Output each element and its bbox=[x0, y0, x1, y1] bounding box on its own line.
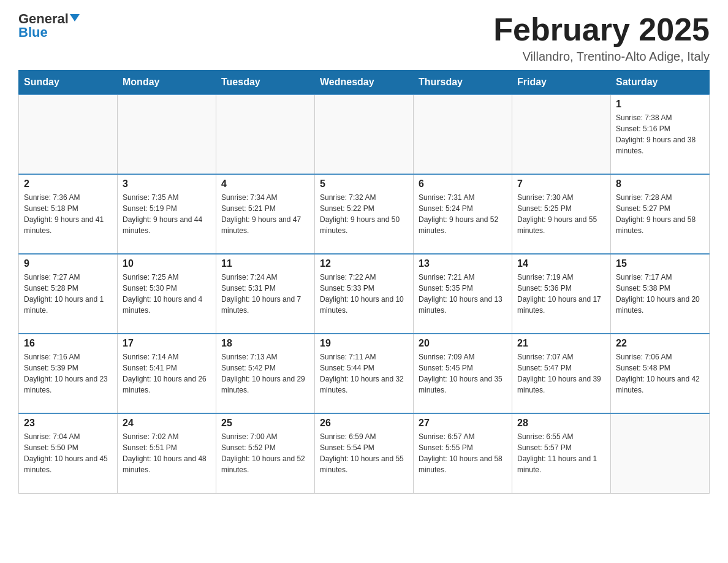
day-info: Sunrise: 7:09 AMSunset: 5:45 PMDaylight:… bbox=[419, 351, 507, 396]
logo: General Blue bbox=[18, 12, 80, 39]
day-info: Sunrise: 7:25 AMSunset: 5:30 PMDaylight:… bbox=[123, 272, 211, 316]
day-number: 8 bbox=[616, 178, 704, 190]
calendar-cell: 3Sunrise: 7:35 AMSunset: 5:19 PMDaylight… bbox=[118, 174, 216, 254]
calendar-cell: 12Sunrise: 7:22 AMSunset: 5:33 PMDayligh… bbox=[315, 254, 414, 334]
day-info: Sunrise: 7:24 AMSunset: 5:31 PMDaylight:… bbox=[221, 272, 309, 316]
weekday-header-thursday: Thursday bbox=[414, 71, 512, 95]
calendar-cell bbox=[512, 94, 611, 174]
day-number: 1 bbox=[616, 99, 704, 110]
day-number: 12 bbox=[320, 258, 408, 269]
calendar-cell: 28Sunrise: 6:55 AMSunset: 5:57 PMDayligh… bbox=[512, 413, 611, 493]
day-info: Sunrise: 7:11 AMSunset: 5:44 PMDaylight:… bbox=[320, 351, 408, 396]
logo-triangle-icon bbox=[70, 14, 80, 21]
day-info: Sunrise: 7:31 AMSunset: 5:24 PMDaylight:… bbox=[419, 192, 507, 236]
day-info: Sunrise: 7:17 AMSunset: 5:38 PMDaylight:… bbox=[616, 272, 704, 316]
weekday-header-saturday: Saturday bbox=[611, 71, 710, 95]
day-number: 11 bbox=[221, 258, 309, 269]
calendar-cell: 27Sunrise: 6:57 AMSunset: 5:55 PMDayligh… bbox=[414, 413, 512, 493]
calendar-cell bbox=[19, 94, 118, 174]
calendar-cell: 15Sunrise: 7:17 AMSunset: 5:38 PMDayligh… bbox=[611, 254, 710, 334]
month-title: February 2025 bbox=[493, 12, 710, 47]
logo-blue-text: Blue bbox=[18, 26, 48, 39]
calendar-cell: 26Sunrise: 6:59 AMSunset: 5:54 PMDayligh… bbox=[315, 413, 414, 493]
day-info: Sunrise: 7:06 AMSunset: 5:48 PMDaylight:… bbox=[616, 351, 704, 396]
day-number: 3 bbox=[123, 178, 211, 190]
day-info: Sunrise: 6:59 AMSunset: 5:54 PMDaylight:… bbox=[320, 431, 408, 475]
day-number: 28 bbox=[517, 418, 605, 429]
day-number: 9 bbox=[24, 258, 112, 269]
calendar-week-row: 1Sunrise: 7:38 AMSunset: 5:16 PMDaylight… bbox=[19, 94, 710, 174]
calendar-cell: 17Sunrise: 7:14 AMSunset: 5:41 PMDayligh… bbox=[118, 334, 216, 413]
calendar-cell: 19Sunrise: 7:11 AMSunset: 5:44 PMDayligh… bbox=[315, 334, 414, 413]
day-number: 16 bbox=[24, 338, 112, 349]
day-info: Sunrise: 7:14 AMSunset: 5:41 PMDaylight:… bbox=[123, 351, 211, 396]
calendar-cell bbox=[414, 94, 512, 174]
day-number: 27 bbox=[419, 418, 507, 429]
weekday-header-tuesday: Tuesday bbox=[216, 71, 315, 95]
day-info: Sunrise: 7:07 AMSunset: 5:47 PMDaylight:… bbox=[517, 351, 605, 396]
calendar-cell: 22Sunrise: 7:06 AMSunset: 5:48 PMDayligh… bbox=[611, 334, 710, 413]
day-number: 6 bbox=[419, 178, 507, 190]
day-info: Sunrise: 7:22 AMSunset: 5:33 PMDaylight:… bbox=[320, 272, 408, 316]
day-number: 4 bbox=[221, 178, 309, 190]
day-number: 17 bbox=[123, 338, 211, 349]
calendar-cell: 1Sunrise: 7:38 AMSunset: 5:16 PMDaylight… bbox=[611, 94, 710, 174]
day-number: 25 bbox=[221, 418, 309, 429]
day-info: Sunrise: 6:57 AMSunset: 5:55 PMDaylight:… bbox=[419, 431, 507, 475]
day-info: Sunrise: 7:38 AMSunset: 5:16 PMDaylight:… bbox=[616, 112, 704, 156]
weekday-header-monday: Monday bbox=[118, 71, 216, 95]
calendar-cell: 24Sunrise: 7:02 AMSunset: 5:51 PMDayligh… bbox=[118, 413, 216, 493]
calendar-cell: 6Sunrise: 7:31 AMSunset: 5:24 PMDaylight… bbox=[414, 174, 512, 254]
day-number: 21 bbox=[517, 338, 605, 349]
day-number: 13 bbox=[419, 258, 507, 269]
calendar-cell bbox=[118, 94, 216, 174]
day-info: Sunrise: 7:19 AMSunset: 5:36 PMDaylight:… bbox=[517, 272, 605, 316]
calendar-cell: 20Sunrise: 7:09 AMSunset: 5:45 PMDayligh… bbox=[414, 334, 512, 413]
calendar-cell: 18Sunrise: 7:13 AMSunset: 5:42 PMDayligh… bbox=[216, 334, 315, 413]
calendar-week-row: 2Sunrise: 7:36 AMSunset: 5:18 PMDaylight… bbox=[19, 174, 710, 254]
calendar-cell bbox=[315, 94, 414, 174]
calendar-cell: 14Sunrise: 7:19 AMSunset: 5:36 PMDayligh… bbox=[512, 254, 611, 334]
day-info: Sunrise: 6:55 AMSunset: 5:57 PMDaylight:… bbox=[517, 431, 605, 475]
calendar-cell: 21Sunrise: 7:07 AMSunset: 5:47 PMDayligh… bbox=[512, 334, 611, 413]
day-number: 14 bbox=[517, 258, 605, 269]
day-info: Sunrise: 7:13 AMSunset: 5:42 PMDaylight:… bbox=[221, 351, 309, 396]
logo-general-text: General bbox=[18, 12, 69, 26]
day-number: 2 bbox=[24, 178, 112, 190]
day-number: 10 bbox=[123, 258, 211, 269]
calendar-cell bbox=[611, 413, 710, 493]
day-info: Sunrise: 7:21 AMSunset: 5:35 PMDaylight:… bbox=[419, 272, 507, 316]
day-number: 20 bbox=[419, 338, 507, 349]
calendar-cell: 10Sunrise: 7:25 AMSunset: 5:30 PMDayligh… bbox=[118, 254, 216, 334]
calendar-table: SundayMondayTuesdayWednesdayThursdayFrid… bbox=[18, 70, 710, 494]
day-info: Sunrise: 7:28 AMSunset: 5:27 PMDaylight:… bbox=[616, 192, 704, 236]
day-info: Sunrise: 7:36 AMSunset: 5:18 PMDaylight:… bbox=[24, 192, 112, 236]
calendar-week-row: 23Sunrise: 7:04 AMSunset: 5:50 PMDayligh… bbox=[19, 413, 710, 493]
day-number: 5 bbox=[320, 178, 408, 190]
day-info: Sunrise: 7:16 AMSunset: 5:39 PMDaylight:… bbox=[24, 351, 112, 396]
weekday-header-wednesday: Wednesday bbox=[315, 71, 414, 95]
calendar-cell: 2Sunrise: 7:36 AMSunset: 5:18 PMDaylight… bbox=[19, 174, 118, 254]
page-header: General Blue February 2025 Villandro, Tr… bbox=[18, 12, 710, 64]
calendar-cell: 16Sunrise: 7:16 AMSunset: 5:39 PMDayligh… bbox=[19, 334, 118, 413]
location-text: Villandro, Trentino-Alto Adige, Italy bbox=[493, 50, 710, 64]
day-info: Sunrise: 7:04 AMSunset: 5:50 PMDaylight:… bbox=[24, 431, 112, 475]
day-number: 19 bbox=[320, 338, 408, 349]
calendar-cell: 23Sunrise: 7:04 AMSunset: 5:50 PMDayligh… bbox=[19, 413, 118, 493]
day-info: Sunrise: 7:34 AMSunset: 5:21 PMDaylight:… bbox=[221, 192, 309, 236]
day-info: Sunrise: 7:30 AMSunset: 5:25 PMDaylight:… bbox=[517, 192, 605, 236]
day-number: 18 bbox=[221, 338, 309, 349]
day-info: Sunrise: 7:27 AMSunset: 5:28 PMDaylight:… bbox=[24, 272, 112, 316]
calendar-week-row: 16Sunrise: 7:16 AMSunset: 5:39 PMDayligh… bbox=[19, 334, 710, 413]
day-number: 24 bbox=[123, 418, 211, 429]
weekday-header-sunday: Sunday bbox=[19, 71, 118, 95]
day-number: 26 bbox=[320, 418, 408, 429]
day-number: 15 bbox=[616, 258, 704, 269]
calendar-cell: 11Sunrise: 7:24 AMSunset: 5:31 PMDayligh… bbox=[216, 254, 315, 334]
day-number: 23 bbox=[24, 418, 112, 429]
calendar-cell bbox=[216, 94, 315, 174]
calendar-cell: 25Sunrise: 7:00 AMSunset: 5:52 PMDayligh… bbox=[216, 413, 315, 493]
day-info: Sunrise: 7:35 AMSunset: 5:19 PMDaylight:… bbox=[123, 192, 211, 236]
day-info: Sunrise: 7:00 AMSunset: 5:52 PMDaylight:… bbox=[221, 431, 309, 475]
title-block: February 2025 Villandro, Trentino-Alto A… bbox=[493, 12, 710, 64]
